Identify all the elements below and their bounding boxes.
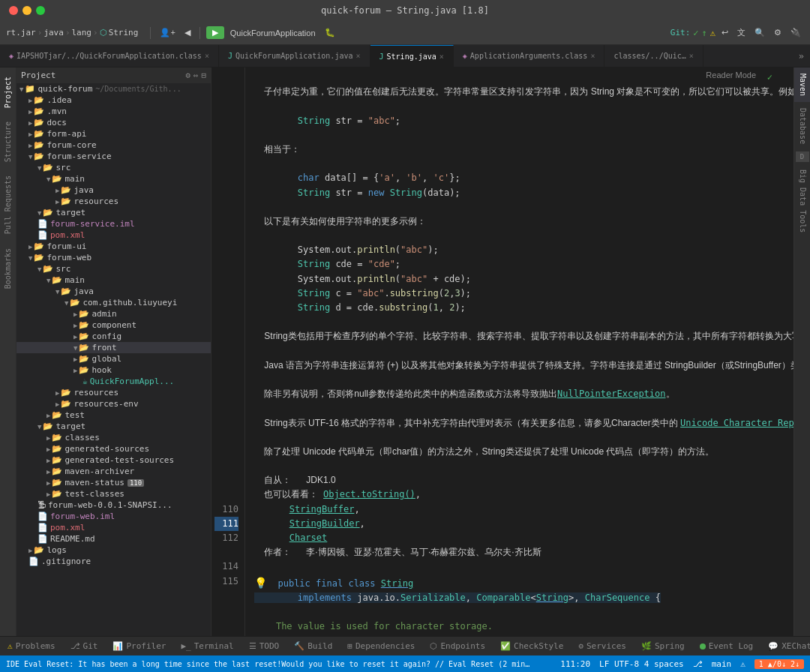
plugin-icon[interactable]: 🔌 bbox=[788, 26, 804, 39]
run-config-button[interactable]: QuickForumApplication bbox=[227, 27, 319, 39]
translate-icon[interactable]: 文 bbox=[734, 26, 748, 40]
list-item[interactable]: ▶ 📂 java bbox=[16, 184, 211, 196]
right-panel-tab-maven[interactable]: Maven bbox=[794, 68, 810, 102]
list-item[interactable]: ▶ 📂 admin bbox=[16, 308, 211, 320]
list-item[interactable]: ▼ 📂 forum-web bbox=[16, 252, 211, 263]
list-item[interactable]: 🗜 forum-web-0.0.1-SNAPSI... bbox=[16, 500, 211, 511]
list-item[interactable]: ▶ 📂 .mvn bbox=[16, 106, 211, 117]
list-item[interactable]: ▶ 📂 test-classes bbox=[16, 488, 211, 500]
bottom-tab-services[interactable]: ⚙ Services bbox=[571, 637, 634, 656]
list-item[interactable]: ▶ 📂 resources-env bbox=[16, 398, 211, 410]
breadcrumb-item[interactable]: rt.jar bbox=[6, 28, 36, 38]
right-panel-tab-big-data[interactable]: Big Data Tools bbox=[794, 164, 810, 238]
code-content[interactable]: 子付串定为重，它们的值在创建后无法更改。字符串常量区支持引发字符串，因为 Str… bbox=[245, 68, 794, 636]
list-item[interactable]: ▶ 📂 maven-archiver bbox=[16, 466, 211, 477]
bottom-tab-xchat[interactable]: 💬 XEChat bbox=[760, 637, 810, 656]
sidebar-tab-bookmarks[interactable]: Bookmarks bbox=[2, 242, 14, 295]
list-item[interactable]: ▶ 📂 classes bbox=[16, 432, 211, 443]
bottom-tab-problems[interactable]: ⚠ Problems bbox=[0, 637, 63, 656]
sidebar-tab-pull-requests[interactable]: Pull Requests bbox=[2, 170, 14, 240]
list-item[interactable]: ☕ QuickForumAppl... bbox=[16, 376, 211, 387]
toolbar-add-user-icon[interactable]: 👤+ bbox=[157, 26, 178, 39]
list-item[interactable]: 📄 README.md bbox=[16, 533, 211, 544]
right-panel-tab-database[interactable]: Database bbox=[794, 102, 810, 150]
list-item[interactable]: ▼ 📂 main bbox=[16, 274, 211, 286]
list-item[interactable]: ▶ 📂 logs bbox=[16, 544, 211, 556]
tree-icon-gear[interactable]: ⚙ bbox=[185, 70, 190, 80]
list-item[interactable]: ▼ 📂 main bbox=[16, 173, 211, 184]
list-item-front[interactable]: ▼ 📂 front bbox=[16, 342, 211, 353]
search-button[interactable]: 🔍 bbox=[752, 26, 768, 39]
list-item[interactable]: ▼ 📂 target bbox=[16, 421, 211, 432]
tree-root[interactable]: ▼ 📁 quick-forum ~/Documents/Gith... bbox=[16, 83, 211, 94]
tree-icon-expand[interactable]: ⇔ bbox=[194, 70, 199, 80]
bottom-tab-terminal[interactable]: ▶_ Terminal bbox=[173, 637, 241, 656]
list-item[interactable]: 📄 .gitignore bbox=[16, 556, 211, 567]
list-item[interactable]: ▶ 📂 generated-test-sources bbox=[16, 454, 211, 466]
tab-close-icon[interactable]: × bbox=[205, 52, 209, 60]
bottom-tab-build[interactable]: 🔨 Build bbox=[286, 637, 340, 656]
tab-close-icon[interactable]: × bbox=[356, 52, 360, 60]
list-item[interactable]: ▶ 📂 docs bbox=[16, 117, 211, 128]
breadcrumb-item[interactable]: String bbox=[109, 28, 139, 38]
bottom-tab-git[interactable]: ⎇ Git bbox=[63, 637, 106, 656]
encoding[interactable]: LF UTF-8 4 spaces bbox=[599, 659, 684, 669]
undo-button[interactable]: ↩ bbox=[718, 26, 731, 39]
reader-mode-button[interactable]: Reader Mode bbox=[706, 70, 756, 80]
list-item[interactable]: ▶ 📂 forum-ui bbox=[16, 241, 211, 252]
list-item[interactable]: 📄 pom.xml bbox=[16, 230, 211, 241]
tab-classes[interactable]: classes/../Quic… × bbox=[604, 45, 703, 67]
line-col[interactable]: 111:20 bbox=[560, 659, 590, 669]
run-button[interactable]: ▶ bbox=[206, 26, 224, 39]
list-item[interactable]: ▶ 📂 maven-status 110 bbox=[16, 477, 211, 488]
list-item[interactable]: ▼ 📂 forum-service bbox=[16, 151, 211, 162]
list-item[interactable]: ▼ 📂 java bbox=[16, 286, 211, 297]
list-item[interactable]: ▼ 📂 target bbox=[16, 207, 211, 218]
list-item[interactable]: 📄 forum-web.iml bbox=[16, 511, 211, 522]
toolbar-back-icon[interactable]: ◀ bbox=[182, 26, 194, 39]
sidebar-tab-project[interactable]: Project bbox=[2, 70, 14, 114]
bottom-tab-spring[interactable]: 🌿 Spring bbox=[634, 637, 692, 656]
close-button[interactable] bbox=[9, 6, 18, 15]
breadcrumb-item[interactable]: ⬡ bbox=[100, 28, 107, 38]
list-item[interactable]: ▶ 📂 resources bbox=[16, 196, 211, 207]
tab-overflow-icon[interactable]: » bbox=[793, 45, 810, 67]
list-item[interactable]: 📄 pom.xml bbox=[16, 522, 211, 533]
bottom-tab-endpoints[interactable]: ⬡ Endpoints bbox=[422, 637, 493, 656]
bottom-tab-todo[interactable]: ☰ TODO bbox=[242, 637, 287, 656]
bottom-tab-profiler[interactable]: 📊 Profiler bbox=[105, 637, 173, 656]
breadcrumb-item[interactable]: lang bbox=[72, 28, 92, 38]
debug-button[interactable]: 🐛 bbox=[322, 26, 338, 39]
list-item[interactable]: ▶ 📂 generated-sources bbox=[16, 443, 211, 454]
list-item[interactable]: ▼ 📂 com.github.liuyueyi bbox=[16, 297, 211, 308]
tab-quickforumapplication-class[interactable]: ◈ IAPSHOTjar/../QuickForumApplication.cl… bbox=[0, 45, 219, 67]
big-data-tools-tab[interactable]: D bbox=[796, 152, 809, 162]
list-item[interactable]: 📄 forum-service.iml bbox=[16, 218, 211, 230]
list-item[interactable]: ▶ 📂 .idea bbox=[16, 94, 211, 106]
tab-quickforumapplication-java[interactable]: J QuickForumApplication.java × bbox=[219, 45, 370, 67]
list-item[interactable]: ▶ 📂 component bbox=[16, 320, 211, 331]
list-item[interactable]: ▶ 📂 form-api bbox=[16, 128, 211, 140]
bottom-tab-dependencies[interactable]: ⊞ Dependencies bbox=[340, 637, 422, 656]
tab-applicationarguments-class[interactable]: ◈ ApplicationArguments.class × bbox=[454, 45, 605, 67]
settings-button[interactable]: ⚙ bbox=[771, 26, 784, 39]
list-item[interactable]: ▶ 📂 hook bbox=[16, 364, 211, 376]
editor-content[interactable]: 110 111 112 114 115 子付串定为重，它们的值在创建后无法更改。… bbox=[212, 68, 794, 636]
branch-name[interactable]: main bbox=[712, 659, 732, 669]
minimize-button[interactable] bbox=[22, 6, 32, 15]
sidebar-tab-structure[interactable]: Structure bbox=[2, 116, 14, 168]
bottom-tab-checkstyle[interactable]: ✅ CheckStyle bbox=[493, 637, 571, 656]
list-item[interactable]: ▼ 📂 src bbox=[16, 263, 211, 274]
tab-close-icon[interactable]: × bbox=[689, 52, 694, 60]
tree-icon-collapse[interactable]: ⊟ bbox=[201, 70, 206, 80]
list-item[interactable]: ▶ 📂 config bbox=[16, 331, 211, 342]
list-item[interactable]: ▼ 📂 src bbox=[16, 162, 211, 173]
tab-close-icon[interactable]: × bbox=[440, 52, 444, 61]
bottom-tab-event-log[interactable]: Event Log bbox=[692, 637, 761, 656]
maximize-button[interactable] bbox=[36, 6, 45, 15]
tab-string-java[interactable]: J String.java × bbox=[370, 45, 454, 67]
breadcrumb-item[interactable]: java bbox=[44, 28, 64, 38]
list-item[interactable]: ▶ 📂 resources bbox=[16, 387, 211, 398]
list-item[interactable]: ▶ 📂 test bbox=[16, 410, 211, 421]
list-item[interactable]: ▶ 📂 forum-core bbox=[16, 140, 211, 151]
